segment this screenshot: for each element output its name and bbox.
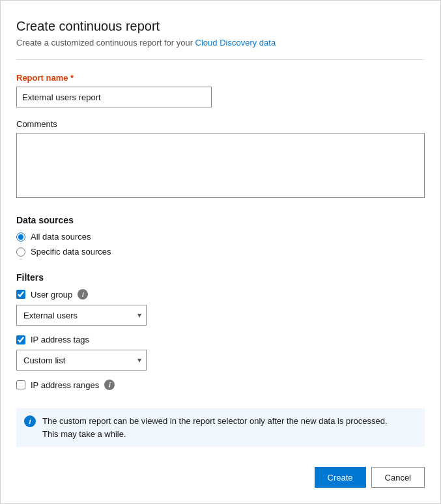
report-name-field: Report name * [16,73,425,107]
ip-ranges-info-icon: i [104,380,115,390]
filters-section-title: Filters [16,272,425,283]
user-group-dropdown[interactable]: External users Internal users All users [16,305,147,326]
ip-address-ranges-checkbox[interactable] [16,380,25,389]
create-report-dialog: Create continuous report Create a custom… [0,0,441,504]
button-row: Create Cancel [16,451,425,488]
user-group-checkbox[interactable] [16,290,25,299]
user-group-info-icon: i [78,289,88,300]
radio-specific-label: Specific data sources [31,247,111,257]
subtitle-text: Create a customized continuous report fo… [16,38,195,48]
report-name-input[interactable] [16,87,212,107]
create-button[interactable]: Create [315,467,366,488]
header-divider [16,59,425,60]
radio-specific-data-sources[interactable]: Specific data sources [16,247,425,257]
ip-address-ranges-label: IP address ranges [31,380,99,390]
dialog-subtitle: Create a customized continuous report fo… [16,38,425,48]
comments-input[interactable] [16,133,425,198]
comments-field: Comments [16,107,425,201]
cloud-discovery-link[interactable]: Cloud Discovery data [195,38,276,48]
ip-address-tags-filter-row: IP address tags [16,335,425,344]
data-sources-section-title: Data sources [16,215,425,225]
info-banner-line2: This may take a while. [42,429,126,439]
info-banner-line1: The custom report can be viewed in the r… [42,416,388,426]
ip-address-tags-dropdown[interactable]: Custom list Corporate Cloud infrastructu… [16,350,147,371]
data-sources-radio-group: All data sources Specific data sources [16,232,425,257]
radio-specific-input[interactable] [16,247,25,257]
ip-address-ranges-filter-row: IP address ranges i [16,380,425,390]
cancel-button[interactable]: Cancel [371,467,425,488]
user-group-label: User group [31,290,72,300]
radio-all-label: All data sources [31,232,91,242]
radio-all-input[interactable] [16,232,25,242]
comments-label: Comments [16,119,425,129]
info-banner-text: The custom report can be viewed in the r… [42,415,388,440]
dialog-title: Create continuous report [16,19,425,34]
report-name-label: Report name * [16,73,425,83]
radio-all-data-sources[interactable]: All data sources [16,232,425,242]
ip-address-tags-checkbox[interactable] [16,335,25,344]
info-banner: i The custom report can be viewed in the… [16,408,425,447]
ip-address-tags-label: IP address tags [31,335,89,344]
info-banner-icon: i [24,415,36,427]
ip-address-tags-dropdown-wrapper: Custom list Corporate Cloud infrastructu… [16,350,147,371]
user-group-filter-row: User group i [16,289,425,300]
user-group-dropdown-wrapper: External users Internal users All users … [16,305,147,326]
